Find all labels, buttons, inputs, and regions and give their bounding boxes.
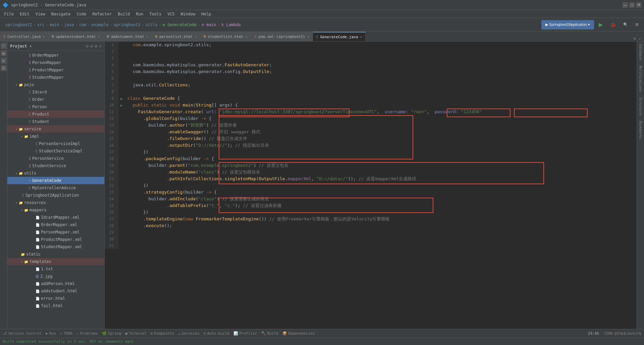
code-content[interactable]: com.baomidou.mybatisplus.generator.FastA… xyxy=(125,62,637,68)
code-content[interactable]: .execute(); xyxy=(125,222,637,229)
code-content[interactable]: .moduleName("class") // 设置父包模块名 xyxy=(125,169,637,176)
profiler-button[interactable]: 📊 Profiler xyxy=(233,331,257,336)
tree-item-fail-html[interactable]: 📄 fail.html xyxy=(7,302,104,309)
tree-item-personserviceimpl[interactable]: C PersonServiceImpl xyxy=(7,140,104,147)
breadcrumb-utils[interactable]: utils xyxy=(145,22,157,27)
menu-code[interactable]: Code xyxy=(74,11,89,17)
code-content[interactable]: }) xyxy=(125,182,637,189)
services-button[interactable]: ☁ Services xyxy=(178,331,200,336)
menu-run[interactable]: Run xyxy=(133,11,146,17)
tree-item-utils[interactable]: ▾ 📁 utils xyxy=(7,169,104,177)
tree-item-generatecode[interactable]: ⚙ GenerateCode xyxy=(7,177,104,184)
breadcrumb-com[interactable]: com xyxy=(79,22,87,27)
left-icon-3[interactable]: ⊞ xyxy=(1,58,7,64)
tab-generatecode[interactable]: C GenerateCode.java × xyxy=(313,32,366,41)
tree-item-idcard[interactable]: C Idcard xyxy=(7,88,104,96)
tree-item-2jpg[interactable]: 🖼 2.jpg xyxy=(7,273,104,280)
minimize-button[interactable]: — xyxy=(623,2,628,8)
settings-button[interactable]: ⚙ xyxy=(633,20,641,29)
menu-refactor[interactable]: Refactor xyxy=(90,11,114,17)
notifications-panel-button[interactable]: Notifications xyxy=(639,64,642,93)
code-content[interactable] xyxy=(125,229,637,236)
code-content[interactable]: class GenerateCode { xyxy=(125,95,637,102)
code-content[interactable]: .templateEngine(new FreemarkerTemplateEn… xyxy=(125,216,637,222)
tree-item-service[interactable]: ▾ 📁 service xyxy=(7,125,104,133)
tree-item-student[interactable]: C Student xyxy=(7,118,104,125)
code-content[interactable]: .globalConfig(builder -> { xyxy=(125,115,637,122)
close-tab-studentlist[interactable]: × xyxy=(246,35,248,39)
menu-vcs[interactable]: VCS xyxy=(165,11,177,17)
terminal-button[interactable]: ▣ Terminal xyxy=(125,331,147,336)
tree-item-productmapper[interactable]: I ProductMapper xyxy=(7,66,104,74)
close-tab-personlist[interactable]: × xyxy=(195,35,197,39)
tab-pom[interactable]: X pom.xml (springboot2) × xyxy=(251,32,313,41)
breadcrumb-generatecode[interactable]: ⚙ GenerateCode xyxy=(163,22,197,27)
tab-controller[interactable]: C Controller.java × xyxy=(0,32,48,41)
tree-item-ordermapper[interactable]: I OrderMapper xyxy=(7,52,104,59)
tree-item-mappers[interactable]: ▾ 📁 mappers xyxy=(7,206,104,214)
code-content[interactable]: FastAutoGenerator.create( url: "jdbc:mys… xyxy=(125,109,637,115)
menu-navigate[interactable]: Navigate xyxy=(49,11,73,17)
run-config-button[interactable]: ▶ Springboot2Application ▾ xyxy=(541,20,594,29)
tree-item-studentmapper[interactable]: I StudentMapper xyxy=(7,74,104,81)
sort-button[interactable]: ≡ xyxy=(90,44,93,49)
code-content[interactable] xyxy=(125,88,637,95)
settings-project-button[interactable]: ⚙ xyxy=(95,44,97,49)
tree-item-ordermapper-xml[interactable]: 📄 OrderMapper.xml xyxy=(7,221,104,228)
collapse-all-button[interactable]: ⊟ xyxy=(86,44,88,49)
code-scroll[interactable]: 1 com.example.springboot2.utils; 2 3 xyxy=(105,42,637,329)
code-content[interactable] xyxy=(125,236,637,243)
left-icon-1[interactable]: P xyxy=(1,43,7,49)
tree-item-studentservice[interactable]: I StudentService xyxy=(7,162,104,169)
breadcrumb-src[interactable]: src xyxy=(37,22,45,27)
breadcrumb-main2[interactable]: ⊙ main xyxy=(202,22,216,27)
spring-button[interactable]: 🌿 Spring xyxy=(102,331,121,336)
code-content[interactable]: builder.addInclude("class") // 设置需要生成的表名 xyxy=(125,196,637,202)
tree-item-person[interactable]: C Person xyxy=(7,103,104,111)
run-status-button[interactable]: ▶ Run xyxy=(46,331,56,336)
code-content[interactable]: .strategyConfig(builder -> { xyxy=(125,189,637,196)
code-content[interactable] xyxy=(125,55,637,62)
close-tab-addstudent[interactable]: × xyxy=(146,35,148,39)
version-control-button[interactable]: ⎇ Version Control xyxy=(3,331,42,336)
title-bar-controls[interactable]: — □ ✕ xyxy=(623,2,641,8)
code-content[interactable]: .outputDir("D://data//"); // 指定输出目录 xyxy=(125,142,637,149)
bookmarks-panel-button[interactable]: Bookmarks xyxy=(639,120,642,140)
code-content[interactable] xyxy=(125,75,637,82)
code-content[interactable]: }) xyxy=(125,209,637,216)
code-content[interactable]: .addTablePrefix("t_", "c_"); // 设置过滤表前缀 xyxy=(125,202,637,209)
tree-item-impl[interactable]: ▾ 📁 impl xyxy=(7,133,104,140)
code-content[interactable]: java.util.Collections; xyxy=(125,82,637,88)
code-content[interactable]: public static void main(String[] args) { xyxy=(125,102,637,109)
close-tab-controller[interactable]: × xyxy=(43,35,45,39)
tree-item-personmapper[interactable]: I PersonMapper xyxy=(7,59,104,66)
breadcrumb-example[interactable]: example xyxy=(92,22,109,27)
menu-build[interactable]: Build xyxy=(115,11,132,17)
tab-studentlist[interactable]: H studentlist.html × xyxy=(201,32,251,41)
code-content[interactable]: .packageConfig(builder -> { xyxy=(125,155,637,162)
tree-item-studentserviceimpl[interactable]: C StudentServiceImpl xyxy=(7,147,104,155)
tree-item-personmapper-xml[interactable]: 📄 PersonMapper.xml xyxy=(7,228,104,236)
close-project-panel-button[interactable]: × xyxy=(99,44,102,49)
code-content[interactable] xyxy=(125,48,637,55)
auto-build-button[interactable]: ⚙ Auto-build xyxy=(204,331,229,336)
build-button[interactable]: 🔨 Build xyxy=(261,331,278,336)
menu-file[interactable]: File xyxy=(1,11,16,17)
tab-addstudent[interactable]: H addstudent.html × xyxy=(104,32,152,41)
tree-item-productmapper-xml[interactable]: 📄 ProductMapper.xml xyxy=(7,236,104,243)
tree-item-resources[interactable]: ▾ 📁 resources xyxy=(7,199,104,206)
menu-tools[interactable]: Tools xyxy=(147,11,164,17)
structure-panel-button[interactable]: Structure xyxy=(639,96,642,117)
menu-view[interactable]: View xyxy=(33,11,48,17)
dependencies-button[interactable]: 📦 Dependencies xyxy=(282,331,315,336)
close-tab-generatecode[interactable]: × xyxy=(360,35,362,39)
tree-item-idcardmapper-xml[interactable]: 📄 IdcardMapper.xml xyxy=(7,214,104,221)
tree-item-mycontrolleradvice[interactable]: C MyControllerAdvice xyxy=(7,184,104,192)
tree-item-addperson[interactable]: 📄 addPerson.html xyxy=(7,280,104,287)
maximize-button[interactable]: □ xyxy=(629,2,635,8)
code-content[interactable]: com.baomidou.mybatisplus.generator.confi… xyxy=(125,68,637,75)
tree-item-springboot2application[interactable]: C Springboot2Application xyxy=(7,192,104,199)
tab-updatestudent[interactable]: H updatestudent.html × xyxy=(48,32,103,41)
tree-item-static[interactable]: 📁 static xyxy=(7,251,104,258)
breadcrumb-java[interactable]: java xyxy=(64,22,74,27)
